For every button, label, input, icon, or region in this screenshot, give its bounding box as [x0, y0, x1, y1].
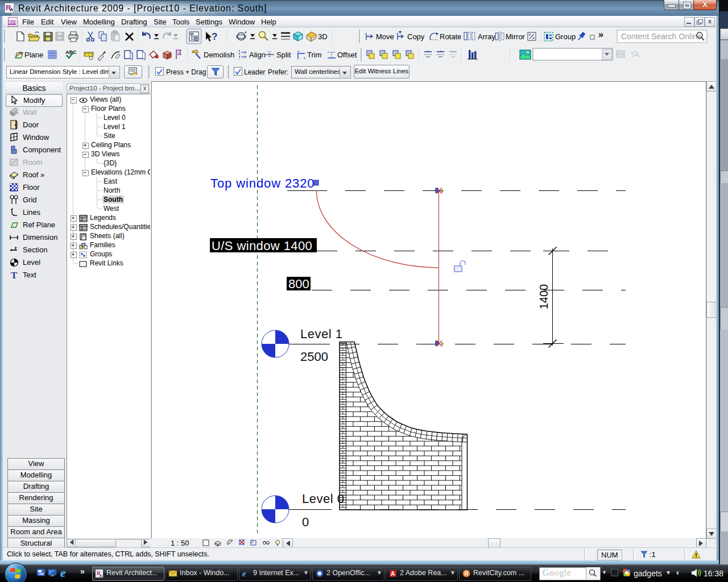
svg-text:A: A: [391, 571, 395, 577]
svg-text:Top window 2320: Top window 2320: [210, 176, 315, 190]
svg-text:2500: 2500: [300, 350, 328, 364]
svg-text:Rotate: Rotate: [440, 32, 461, 41]
svg-text:Split: Split: [276, 51, 291, 59]
svg-text:Level 0: Level 0: [302, 492, 344, 506]
svg-text:Mirror: Mirror: [506, 32, 526, 41]
svg-text:Array: Array: [478, 32, 496, 41]
svg-text:Offset: Offset: [337, 51, 357, 59]
svg-text:e: e: [242, 569, 246, 578]
svg-text:Demolish: Demolish: [204, 51, 234, 59]
svg-text:Plane: Plane: [24, 51, 43, 59]
svg-text:Trim: Trim: [307, 51, 322, 59]
svg-text:Level 1: Level 1: [300, 327, 342, 341]
svg-text:0: 0: [302, 515, 309, 529]
svg-text:R: R: [465, 571, 469, 577]
svg-text:U/S window 1400: U/S window 1400: [212, 239, 312, 253]
svg-text:Move: Move: [376, 32, 394, 41]
svg-text:Copy: Copy: [407, 32, 425, 41]
svg-text:?: ?: [212, 31, 217, 42]
svg-text:800: 800: [288, 277, 309, 291]
svg-text:A: A: [100, 574, 102, 577]
svg-text:Align: Align: [249, 51, 266, 59]
svg-text:Group: Group: [555, 32, 576, 41]
svg-text:T: T: [11, 270, 18, 280]
svg-text:»: »: [598, 30, 603, 39]
svg-text:1400: 1400: [537, 284, 550, 310]
svg-text:Content Search Online: Content Search Online: [621, 32, 702, 41]
svg-text:3D: 3D: [318, 32, 328, 41]
